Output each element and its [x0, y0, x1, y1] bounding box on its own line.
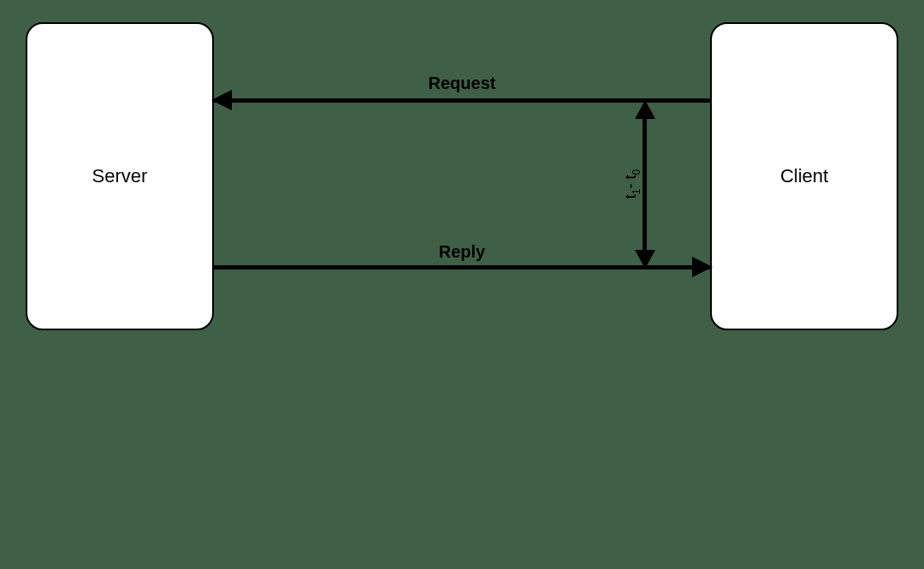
elapsed-arrow-line — [643, 106, 647, 259]
elapsed-arrowhead-down-icon — [635, 250, 655, 269]
elapsed-arrowhead-up-icon — [635, 100, 655, 119]
server-label: Server — [92, 165, 148, 187]
client-label: Client — [780, 165, 828, 187]
request-arrowhead-icon — [211, 90, 232, 110]
elapsed-time-label: t1- t0 — [622, 169, 643, 199]
request-arrow-label: Request — [429, 74, 496, 93]
server-node: Server — [26, 22, 214, 330]
client-node: Client — [710, 22, 898, 330]
reply-arrow-label: Reply — [439, 242, 485, 262]
reply-arrowhead-icon — [692, 257, 713, 277]
